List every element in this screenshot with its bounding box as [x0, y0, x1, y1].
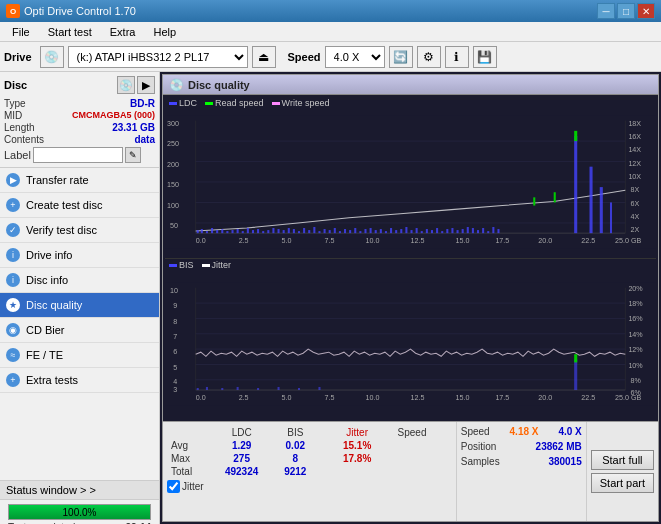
svg-rect-71: [380, 229, 382, 233]
disc-contents-label: Contents: [4, 134, 44, 145]
svg-rect-91: [482, 228, 484, 233]
svg-text:2X: 2X: [630, 226, 639, 234]
sidebar-item-drive-info[interactable]: i Drive info: [0, 243, 159, 268]
svg-rect-68: [364, 229, 366, 233]
menu-help[interactable]: Help: [145, 24, 184, 40]
sidebar-item-cd-bier[interactable]: ◉ CD Bier: [0, 318, 159, 343]
sidebar-item-disc-info[interactable]: i Disc info: [0, 268, 159, 293]
col-ldc: LDC: [211, 426, 273, 439]
svg-text:22.5: 22.5: [581, 394, 595, 402]
svg-text:10: 10: [170, 287, 178, 295]
svg-rect-92: [487, 231, 489, 233]
disc-info-icon: i: [6, 273, 20, 287]
svg-rect-52: [283, 230, 285, 233]
svg-text:5: 5: [173, 364, 177, 372]
minimize-button[interactable]: ─: [597, 3, 615, 19]
menu-extra[interactable]: Extra: [102, 24, 144, 40]
svg-rect-102: [165, 283, 656, 406]
svg-rect-38: [211, 228, 213, 233]
svg-text:4X: 4X: [630, 213, 639, 221]
svg-rect-43: [237, 229, 239, 233]
svg-text:18X: 18X: [628, 120, 641, 128]
refresh-btn[interactable]: 🔄: [389, 46, 413, 68]
svg-rect-56: [303, 228, 305, 233]
svg-rect-46: [252, 230, 254, 233]
svg-text:12.5: 12.5: [411, 394, 425, 402]
menu-file[interactable]: File: [4, 24, 38, 40]
svg-rect-42: [231, 230, 233, 233]
speed-stat-value: 4.18 X: [510, 426, 539, 437]
disc-quality-panel-icon: 💿: [169, 78, 184, 92]
bis-chart: BIS Jitter: [165, 258, 656, 419]
svg-rect-41: [226, 231, 228, 233]
svg-text:10%: 10%: [628, 362, 643, 370]
svg-text:2.5: 2.5: [239, 237, 249, 245]
bis-avg: 0.02: [273, 439, 318, 452]
eject-btn[interactable]: ⏏: [252, 46, 276, 68]
drive-icon-btn[interactable]: 💿: [40, 46, 64, 68]
svg-rect-88: [467, 227, 469, 233]
drive-select[interactable]: (k:) ATAPI iHBS312 2 PL17: [68, 46, 248, 68]
sidebar: Disc 💿 ▶ Type BD-R MID CMCMAGBA5 (000) L…: [0, 72, 160, 524]
disc-type-label: Type: [4, 98, 26, 109]
svg-text:15.0: 15.0: [456, 237, 470, 245]
svg-rect-73: [390, 228, 392, 233]
jitter-checkbox-row: Jitter: [167, 480, 452, 493]
svg-rect-147: [574, 359, 577, 390]
svg-text:6X: 6X: [630, 200, 639, 208]
svg-text:250: 250: [167, 140, 179, 148]
svg-rect-72: [385, 231, 387, 233]
svg-rect-90: [477, 230, 479, 233]
status-window-btn[interactable]: Status window > >: [0, 481, 159, 500]
app-title: Opti Drive Control 1.70: [24, 5, 136, 17]
svg-text:14X: 14X: [628, 146, 641, 154]
max-label: Max: [167, 452, 211, 465]
sidebar-item-extra-tests[interactable]: + Extra tests: [0, 368, 159, 393]
sidebar-item-label: Drive info: [26, 249, 72, 261]
svg-rect-97: [600, 187, 603, 233]
disc-quality-icon: ★: [6, 298, 20, 312]
svg-rect-62: [334, 228, 336, 233]
svg-text:17.5: 17.5: [495, 394, 509, 402]
sidebar-item-disc-quality[interactable]: ★ Disc quality: [0, 293, 159, 318]
disc-label-input[interactable]: [33, 147, 123, 163]
extra-tests-icon: +: [6, 373, 20, 387]
save-btn[interactable]: 💾: [473, 46, 497, 68]
svg-text:20.0: 20.0: [538, 394, 552, 402]
sidebar-item-fe-te[interactable]: ≈ FE / TE: [0, 343, 159, 368]
menu-start-test[interactable]: Start test: [40, 24, 100, 40]
svg-rect-67: [359, 231, 361, 233]
svg-rect-89: [472, 228, 474, 233]
svg-text:20.0: 20.0: [538, 237, 552, 245]
svg-text:3: 3: [173, 386, 177, 394]
svg-rect-75: [400, 229, 402, 233]
close-button[interactable]: ✕: [637, 3, 655, 19]
svg-rect-76: [405, 227, 407, 233]
jitter-checkbox[interactable]: [167, 480, 180, 493]
col-bis: BIS: [273, 426, 318, 439]
svg-rect-85: [451, 228, 453, 233]
sidebar-item-label: Transfer rate: [26, 174, 89, 186]
maximize-button[interactable]: □: [617, 3, 635, 19]
disc-icon-btn[interactable]: 💿: [117, 76, 135, 94]
bis-total: 9212: [273, 465, 318, 478]
jitter-max: 17.8%: [330, 452, 384, 465]
disc-arrow-btn[interactable]: ▶: [137, 76, 155, 94]
svg-rect-58: [313, 227, 315, 233]
svg-rect-95: [574, 136, 577, 233]
info-btn[interactable]: ℹ: [445, 46, 469, 68]
disc-mid-label: MID: [4, 110, 22, 121]
svg-text:200: 200: [167, 161, 179, 169]
sidebar-item-transfer-rate[interactable]: ▶ Transfer rate: [0, 168, 159, 193]
start-full-button[interactable]: Start full: [591, 450, 654, 470]
settings-btn[interactable]: ⚙: [417, 46, 441, 68]
ldc-avg: 1.29: [211, 439, 273, 452]
svg-text:0.0: 0.0: [196, 237, 206, 245]
svg-rect-79: [421, 231, 423, 233]
svg-rect-65: [349, 230, 351, 233]
sidebar-item-create-test-disc[interactable]: + Create test disc: [0, 193, 159, 218]
label-edit-btn[interactable]: ✎: [125, 147, 141, 163]
start-part-button[interactable]: Start part: [591, 473, 654, 493]
sidebar-item-verify-test-disc[interactable]: ✓ Verify test disc: [0, 218, 159, 243]
speed-select[interactable]: 4.0 X: [325, 46, 385, 68]
